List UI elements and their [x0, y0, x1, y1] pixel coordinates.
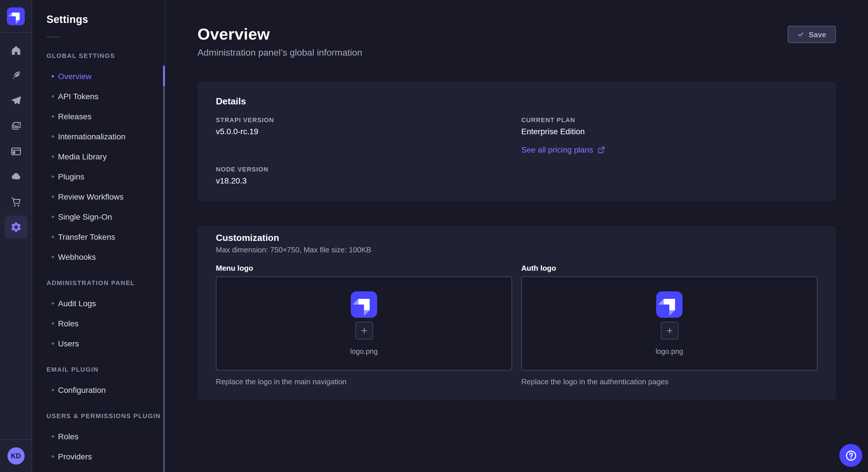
menu-logo-dropzone[interactable]: logo.png	[216, 276, 512, 370]
cart-icon	[10, 196, 22, 208]
field-value: v18.20.3	[216, 176, 512, 185]
section-label: USERS & PERMISSIONS PLUGIN	[46, 412, 165, 419]
subnav-item-plugins[interactable]: Plugins	[32, 166, 165, 187]
subnav-item-overview[interactable]: Overview	[32, 66, 165, 86]
logo-filename: logo.png	[656, 347, 683, 356]
paper-plane-icon	[10, 95, 22, 107]
node-version-field: NODE VERSION v18.20.3	[216, 166, 512, 185]
subnav-item-review-workflows[interactable]: Review Workflows	[32, 187, 165, 206]
gear-icon	[10, 222, 22, 233]
home-icon	[10, 45, 22, 56]
help-button[interactable]	[839, 444, 862, 467]
subnav-item-up-providers[interactable]: Providers	[32, 446, 165, 466]
pricing-plans-link-label: See all pricing plans	[521, 145, 593, 154]
logo-upload-grid: Menu logo logo.png Replace the logo in t…	[216, 264, 817, 386]
strapi-admin-app: KD Settings GLOBAL SETTINGS Overview API…	[0, 0, 868, 472]
nav-icon-list	[0, 33, 32, 240]
details-card: Details STRAPI VERSION v5.0.0-rc.19 NODE…	[197, 81, 836, 201]
subnav-item-media-library[interactable]: Media Library	[32, 146, 165, 166]
rail-spacer	[0, 240, 32, 439]
nav-content-type-builder[interactable]	[0, 63, 32, 88]
logo-filename: logo.png	[350, 347, 378, 356]
page-subtitle: Administration panel’s global informatio…	[197, 47, 836, 58]
subnav-title: Settings	[46, 14, 165, 26]
customization-card: Customization Max dimension: 750×750, Ma…	[197, 226, 836, 400]
avatar[interactable]: KD	[7, 447, 24, 465]
nav-settings[interactable]	[0, 214, 32, 240]
layout-icon	[10, 146, 22, 157]
upload-field-label: Menu logo	[216, 264, 512, 272]
add-logo-button[interactable]	[355, 322, 373, 339]
plus-icon	[360, 326, 368, 335]
upload-field-label: Auth logo	[521, 264, 817, 272]
section-label: EMAIL PLUGIN	[46, 366, 165, 373]
pricing-plans-link[interactable]: See all pricing plans	[521, 145, 606, 154]
menu-logo-field: Menu logo logo.png Replace the logo in t…	[216, 264, 512, 386]
nav-releases[interactable]	[0, 88, 32, 113]
page-title: Overview	[197, 25, 836, 43]
subnav-section-admin-panel: ADMINISTRATION PANEL Audit Logs Roles Us…	[32, 279, 165, 353]
main-nav-rail: KD	[0, 0, 32, 472]
plus-icon	[665, 326, 674, 335]
nav-media-library[interactable]	[0, 113, 32, 139]
external-link-icon	[598, 146, 606, 154]
feather-icon	[10, 70, 22, 81]
subnav-section-email-plugin: EMAIL PLUGIN Configuration	[32, 366, 165, 400]
field-label: STRAPI VERSION	[216, 116, 512, 123]
auth-logo-dropzone[interactable]: logo.png	[521, 276, 817, 370]
details-right-column: CURRENT PLAN Enterprise Edition See all …	[521, 116, 817, 185]
workplace-switcher[interactable]	[0, 0, 32, 33]
section-label: GLOBAL SETTINGS	[46, 52, 165, 59]
strapi-logo-icon	[7, 7, 25, 25]
current-plan-field: CURRENT PLAN Enterprise Edition	[521, 116, 817, 136]
main-content: Overview Administration panel’s global i…	[165, 0, 868, 472]
upload-field-hint: Replace the logo in the main navigation	[216, 377, 512, 386]
subnav-item-single-sign-on[interactable]: Single Sign-On	[32, 206, 165, 227]
settings-subnav: Settings GLOBAL SETTINGS Overview API To…	[32, 0, 165, 472]
field-label: CURRENT PLAN	[521, 116, 817, 123]
nav-home[interactable]	[0, 38, 32, 63]
subnav-item-audit-logs[interactable]: Audit Logs	[32, 293, 165, 313]
question-mark-icon	[844, 449, 857, 462]
rail-user-section: KD	[0, 439, 32, 472]
subnav-item-admin-roles[interactable]: Roles	[32, 313, 165, 333]
add-logo-button[interactable]	[660, 322, 678, 339]
subnav-item-api-tokens[interactable]: API Tokens	[32, 86, 165, 106]
nav-settings-active-indicator	[4, 216, 27, 239]
strapi-logo-preview	[351, 291, 377, 318]
subnav-item-admin-users[interactable]: Users	[32, 333, 165, 353]
nav-marketplace[interactable]	[0, 189, 32, 214]
details-grid: STRAPI VERSION v5.0.0-rc.19 NODE VERSION…	[216, 116, 817, 185]
customization-card-title: Customization	[216, 233, 817, 243]
field-value: Enterprise Edition	[521, 127, 817, 136]
details-left-column: STRAPI VERSION v5.0.0-rc.19 NODE VERSION…	[216, 116, 512, 185]
nav-cloud[interactable]	[0, 164, 32, 189]
subnav-item-internationalization[interactable]: Internationalization	[32, 126, 165, 146]
subnav-section-global: GLOBAL SETTINGS Overview API Tokens Rele…	[32, 52, 165, 267]
save-button-label: Save	[809, 30, 826, 39]
subnav-item-webhooks[interactable]: Webhooks	[32, 247, 165, 267]
images-icon	[10, 121, 22, 132]
subnav-item-up-roles[interactable]: Roles	[32, 426, 165, 446]
save-button[interactable]: Save	[787, 26, 836, 43]
subnav-item-releases[interactable]: Releases	[32, 106, 165, 126]
auth-logo-field: Auth logo logo.png Replace the logo in t…	[521, 264, 817, 386]
nav-content-manager[interactable]	[0, 139, 32, 164]
subnav-item-email-configuration[interactable]: Configuration	[32, 380, 165, 400]
subnav-item-transfer-tokens[interactable]: Transfer Tokens	[32, 227, 165, 247]
strapi-logo-preview	[656, 291, 683, 318]
customization-card-subtitle: Max dimension: 750×750, Max file size: 1…	[216, 245, 817, 254]
details-card-title: Details	[216, 96, 817, 107]
subnav-divider	[46, 37, 60, 37]
check-icon	[797, 31, 804, 38]
strapi-version-field: STRAPI VERSION v5.0.0-rc.19	[216, 116, 512, 136]
section-label: ADMINISTRATION PANEL	[46, 279, 165, 286]
field-value: v5.0.0-rc.19	[216, 127, 512, 136]
upload-field-hint: Replace the logo in the authentication p…	[521, 377, 817, 386]
subnav-section-users-permissions: USERS & PERMISSIONS PLUGIN Roles Provide…	[32, 412, 165, 466]
field-label: NODE VERSION	[216, 166, 512, 173]
cloud-icon	[10, 171, 22, 182]
